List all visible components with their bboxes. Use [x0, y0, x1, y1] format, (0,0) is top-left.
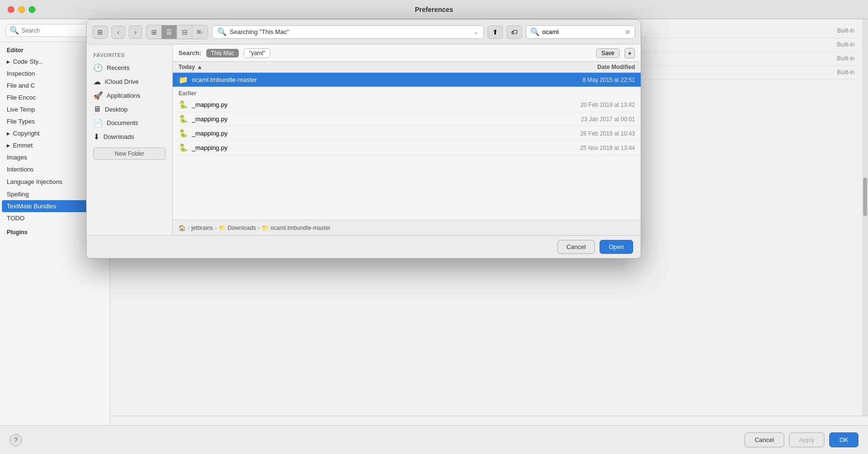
scope-yaml-button[interactable]: "yaml" — [244, 48, 270, 58]
file-row[interactable]: 🐍 _mapping.py 23 Jan 2017 at 00:01 — [173, 112, 641, 126]
file-name: _mapping.py — [192, 101, 539, 108]
location-text: Searching "This Mac" — [230, 28, 289, 35]
file-row[interactable]: 🐍 _mapping.py 25 Nov 2018 at 13:44 — [173, 141, 641, 155]
file-name: _mapping.py — [192, 130, 539, 137]
maximize-button[interactable] — [29, 6, 35, 13]
fav-item-downloads[interactable]: ⬇ Downloads — [87, 130, 172, 144]
dialog-actions: Cancel Open — [87, 235, 641, 258]
title-bar: Preferences — [0, 0, 868, 19]
file-date: 8 May 2015 at 22:51 — [539, 77, 635, 83]
icloud-icon: ☁ — [93, 77, 101, 86]
search-icon: 🔍 — [530, 27, 540, 36]
tag-button[interactable]: 🏷 — [507, 25, 522, 39]
help-icon: ? — [14, 436, 17, 443]
file-row[interactable]: 🐍 _mapping.py 26 Feb 2019 at 10:43 — [173, 126, 641, 141]
file-date: 23 Jan 2017 at 00:01 — [539, 116, 635, 123]
fav-item-icloud[interactable]: ☁ iCloud Drive — [87, 75, 172, 89]
fav-item-applications[interactable]: 🚀 Applications — [87, 89, 172, 102]
downloads-icon: ⬇ — [93, 132, 100, 141]
gallery-view-button[interactable]: ⊞↓ — [192, 25, 208, 39]
file-name: ocaml.tmbundle-master — [192, 76, 539, 83]
sidebar-item-label: Images — [7, 154, 27, 161]
fav-item-desktop[interactable]: 🖥 Desktop — [87, 102, 172, 116]
fav-item-recents[interactable]: 🕐 Recents — [87, 61, 172, 75]
share-button[interactable]: ⬆ — [488, 25, 503, 39]
file-date: 20 Feb 2019 at 13:42 — [539, 102, 635, 108]
python-file-icon: 🐍 — [178, 114, 188, 124]
fav-label: Desktop — [105, 106, 128, 113]
forward-button[interactable]: › — [129, 25, 142, 39]
sort-icon: ▲ — [197, 64, 202, 70]
help-button[interactable]: ? — [10, 434, 22, 446]
chevron-icon: ▶ — [7, 59, 10, 64]
favorites-title: Favorites — [87, 49, 172, 61]
file-name: _mapping.py — [192, 115, 539, 123]
toggle-sidebar-button[interactable]: ⊞ — [92, 25, 108, 39]
save-search-button[interactable]: Save — [596, 48, 620, 58]
fav-label: Downloads — [103, 133, 134, 140]
new-folder-button[interactable]: New Folder — [93, 148, 166, 160]
sidebar-item-label: TextMate Bundles — [7, 203, 56, 210]
share-icon: ⬆ — [492, 28, 498, 36]
sidebar-item-label: Code Sty... — [13, 58, 43, 65]
item-builtin: Built-in — [837, 69, 855, 76]
sidebar-icon: ⊞ — [97, 28, 103, 36]
forward-icon: › — [134, 28, 137, 36]
gallery-icon: ⊞↓ — [197, 29, 204, 35]
cancel-button[interactable]: Cancel — [745, 432, 784, 447]
sidebar-item-label: File and C — [7, 82, 35, 89]
window-controls — [8, 6, 35, 13]
sidebar-item-label: Spelling — [7, 191, 29, 198]
minimize-button[interactable] — [18, 6, 25, 13]
file-row[interactable]: 🐍 _mapping.py 20 Feb 2019 at 13:42 — [173, 98, 641, 112]
search-input[interactable] — [542, 28, 623, 35]
list-icon: ☰ — [166, 28, 172, 36]
add-criteria-button[interactable]: + — [624, 48, 635, 58]
scrollbar[interactable] — [862, 19, 868, 416]
fav-label: iCloud Drive — [105, 78, 139, 85]
back-button[interactable]: ‹ — [111, 25, 125, 39]
list-view-button[interactable]: ☰ — [162, 25, 177, 39]
location-bar[interactable]: 🔍 Searching "This Mac" ⌄ — [212, 25, 484, 39]
apply-button[interactable]: Apply — [789, 432, 825, 447]
file-row-selected[interactable]: 📁 ocaml.tmbundle-master 8 May 2015 at 22… — [173, 73, 641, 87]
col-date-header: Date Modified — [539, 64, 635, 70]
clear-search-button[interactable]: ✕ — [625, 28, 631, 36]
sidebar-item-label: Emmet — [13, 142, 33, 149]
file-date: 25 Nov 2018 at 13:44 — [539, 145, 635, 151]
fav-label: Recents — [107, 64, 130, 71]
python-file-icon: 🐍 — [178, 143, 188, 152]
files-panel: Search: This Mac "yaml" Save + Today ▲ — [173, 45, 641, 235]
icon-view-button[interactable]: ⊞ — [146, 25, 162, 39]
dialog-cancel-button[interactable]: Cancel — [557, 240, 595, 254]
fav-item-documents[interactable]: 📄 Documents — [87, 116, 172, 130]
item-builtin: Built-in — [837, 55, 855, 62]
close-button[interactable] — [8, 6, 14, 13]
ok-button[interactable]: OK — [829, 432, 858, 447]
preferences-window: Preferences 🔍 Editor ▶ Code Sty... Inspe… — [0, 0, 868, 454]
dialog-search[interactable]: 🔍 ✕ — [526, 25, 635, 39]
documents-icon: 📄 — [93, 118, 103, 127]
desktop-icon: 🖥 — [93, 105, 101, 114]
column-view-button[interactable]: ⊟ — [177, 25, 192, 39]
folder-icon: 📁 — [178, 75, 188, 84]
sidebar-item-label: Copyright — [13, 130, 40, 137]
path-part-jetbrains[interactable]: jetbrains — [191, 225, 213, 231]
folder-icon: 📁 — [262, 225, 269, 231]
columns-icon: ⊟ — [182, 28, 188, 36]
path-part-downloads: 📁 Downloads — [219, 225, 256, 231]
recents-icon: 🕐 — [93, 63, 103, 72]
search-location-icon: 🔍 — [217, 27, 227, 36]
tag-icon: 🏷 — [511, 28, 518, 36]
file-group-earlier: Earlier — [173, 87, 641, 98]
dialog-open-button[interactable]: Open — [600, 240, 633, 254]
path-bar: 🏠 › jetbrains › 📁 Downloads › 📁 ocaml.tm… — [173, 220, 641, 235]
action-bar: ? Cancel Apply OK — [0, 425, 868, 454]
file-list-header: Today ▲ Date Modified — [173, 62, 641, 73]
dropdown-icon: ⌄ — [473, 28, 479, 35]
window-title: Preferences — [415, 6, 453, 13]
scope-this-mac-button[interactable]: This Mac — [206, 49, 239, 57]
python-file-icon: 🐍 — [178, 129, 188, 138]
python-file-icon: 🐍 — [178, 100, 188, 109]
chevron-icon: ▶ — [7, 131, 10, 136]
